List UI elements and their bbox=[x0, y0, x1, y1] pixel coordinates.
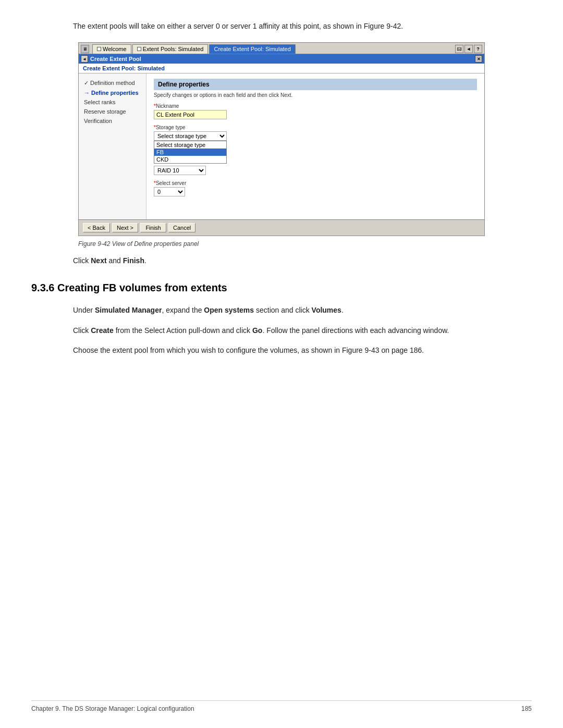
panel-header: Create Extent Pool: Simulated bbox=[79, 64, 484, 73]
create-bold: Create bbox=[91, 326, 114, 335]
section-heading: 9.3.6 Creating FB volumes from extents bbox=[31, 282, 532, 294]
click-text-2: and bbox=[107, 256, 123, 265]
server-group: *Select server 0 1 bbox=[154, 180, 477, 196]
tab-bar-right: 🖂 ◄ ? bbox=[455, 45, 482, 53]
section-title: Creating FB volumes from extents bbox=[57, 282, 227, 293]
click-text-1: Click bbox=[73, 256, 91, 265]
section-number: 9.3.6 bbox=[31, 282, 54, 293]
nickname-group: *Nickname bbox=[154, 103, 477, 119]
window-title: Create Extent Pool bbox=[90, 56, 141, 62]
dropdown-fb[interactable]: FB bbox=[154, 149, 226, 156]
nav-define-properties[interactable]: Define properties bbox=[82, 89, 143, 97]
tab-bar: 🖥 Welcome Extent Pools: Simulated Create… bbox=[79, 43, 484, 54]
storage-type-dropdown[interactable]: Select storage type FB CKD bbox=[154, 141, 227, 164]
titlebar-left: ◄ Create Extent Pool bbox=[81, 55, 141, 63]
section-subtitle: Specify changes or options in each field… bbox=[154, 92, 477, 98]
close-btn[interactable]: ✕ bbox=[475, 55, 482, 63]
click-text-3: . bbox=[144, 256, 146, 265]
left-nav: Definition method Define properties Sele… bbox=[79, 73, 146, 219]
server-select[interactable]: 0 1 bbox=[154, 187, 185, 196]
page-footer: Chapter 9. The DS Storage Manager: Logic… bbox=[31, 700, 532, 712]
click-next-bold: Next bbox=[91, 256, 106, 265]
simulated-manager-bold: Simulated Manager bbox=[95, 306, 162, 314]
storage-type-group: *Storage type Select storage type FB CKD… bbox=[154, 125, 477, 175]
next-button[interactable]: Next > bbox=[112, 223, 138, 232]
raid-select-wrapper: RAID 10 bbox=[154, 166, 477, 175]
nav-select-ranks[interactable]: Select ranks bbox=[82, 98, 143, 106]
footer-right: 185 bbox=[521, 705, 532, 712]
back-button[interactable]: < Back bbox=[83, 223, 110, 232]
dropdown-select-storage[interactable]: Select storage type bbox=[154, 141, 226, 149]
tab-square-welcome bbox=[97, 47, 101, 51]
tab-create-label: Create Extent Pool: Simulated bbox=[214, 46, 290, 52]
screenshot-figure: 🖥 Welcome Extent Pools: Simulated Create… bbox=[78, 42, 485, 236]
section-title: Define properties bbox=[154, 79, 477, 90]
server-label: *Select server bbox=[154, 180, 477, 186]
nav-definition-method[interactable]: Definition method bbox=[82, 79, 143, 88]
paragraph-1: Under Simulated Manager, expand the Open… bbox=[31, 304, 532, 316]
help-btn[interactable]: ? bbox=[474, 45, 482, 53]
window-titlebar: ◄ Create Extent Pool ✕ bbox=[79, 54, 484, 64]
open-systems-bold: Open systems bbox=[204, 306, 254, 314]
right-content: Define properties Specify changes or opt… bbox=[146, 73, 484, 219]
nav-reserve-storage[interactable]: Reserve storage bbox=[82, 107, 143, 116]
figure-caption: Figure 9-42 View of Define properties pa… bbox=[78, 240, 485, 248]
click-instruction: Click Next and Finish. bbox=[31, 255, 532, 266]
storage-type-label: *Storage type bbox=[154, 125, 477, 130]
arrow-btn[interactable]: ◄ bbox=[464, 45, 473, 53]
storage-type-select[interactable]: Select storage type FB CKD bbox=[154, 131, 227, 141]
footer-left: Chapter 9. The DS Storage Manager: Logic… bbox=[31, 705, 194, 712]
nav-verification[interactable]: Verification bbox=[82, 117, 143, 125]
intro-text: The extent pools will take on either a s… bbox=[31, 21, 532, 32]
dropdown-ckd[interactable]: CKD bbox=[154, 156, 226, 163]
figure-caption-text: Figure 9-42 View of Define properties pa… bbox=[78, 240, 199, 248]
tab-welcome[interactable]: Welcome bbox=[92, 44, 131, 54]
click-finish-bold: Finish bbox=[123, 256, 144, 265]
tab-create-extent[interactable]: Create Extent Pool: Simulated bbox=[209, 44, 295, 54]
nickname-input[interactable] bbox=[154, 110, 227, 119]
tab-extent-label: Extent Pools: Simulated bbox=[143, 46, 204, 52]
button-bar: < Back Next > Finish Cancel bbox=[79, 219, 484, 236]
raid-select[interactable]: RAID 10 bbox=[154, 166, 206, 175]
panel-body: Definition method Define properties Sele… bbox=[79, 73, 484, 219]
tab-welcome-label: Welcome bbox=[103, 46, 127, 52]
nickname-label: *Nickname bbox=[154, 103, 477, 109]
paragraph-2: Click Create from the Select Action pull… bbox=[31, 325, 532, 336]
go-bold: Go bbox=[252, 326, 262, 335]
finish-button[interactable]: Finish bbox=[140, 223, 166, 232]
titlebar-nav-btn[interactable]: ◄ bbox=[81, 55, 88, 63]
volumes-bold: Volumes bbox=[312, 306, 341, 314]
tab-square-extent bbox=[137, 47, 141, 51]
cancel-button[interactable]: Cancel bbox=[168, 223, 195, 232]
minimize-btn[interactable]: 🖂 bbox=[455, 45, 463, 53]
tab-extent-pools[interactable]: Extent Pools: Simulated bbox=[132, 44, 209, 54]
browser-icon: 🖥 bbox=[81, 45, 89, 53]
paragraph-3: Choose the extent pool from which you wi… bbox=[31, 344, 532, 356]
